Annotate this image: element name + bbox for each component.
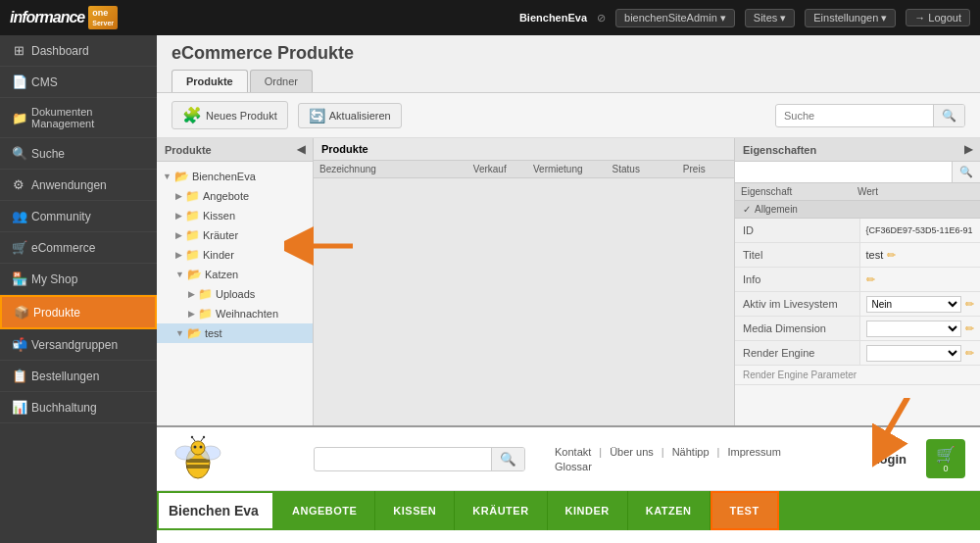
media-select[interactable] — [866, 321, 962, 337]
edit-icon-render[interactable]: ✏ — [965, 347, 974, 360]
properties-panel: Eigenschaften ▶ 🔍 Eigenschaft Wert ✓ — [735, 138, 980, 425]
edit-icon-aktiv[interactable]: ✏ — [965, 298, 974, 311]
nav-kinder[interactable]: KINDER — [548, 491, 628, 530]
folder-icon-uploads: 📁 — [198, 287, 213, 301]
update-button[interactable]: 🔄 Aktualisieren — [298, 103, 402, 128]
settings-dropdown[interactable]: Einstellungen ▾ — [805, 9, 896, 27]
prop-name-info: Info — [735, 268, 860, 291]
link-uber-uns[interactable]: Über uns — [610, 446, 654, 458]
admin-dropdown[interactable]: bienchenSiteAdmin ▾ — [615, 9, 735, 27]
preview-search-input[interactable] — [315, 449, 491, 469]
sidebar-item-dashboard[interactable]: ⊞ Dashboard — [0, 35, 157, 67]
properties-search-button[interactable]: 🔍 — [952, 162, 980, 182]
sidebar-label-suche: Suche — [31, 147, 65, 161]
ecommerce-icon: 🛒 — [12, 240, 25, 255]
sidebar-item-community[interactable]: 👥 Community — [0, 201, 157, 232]
aktiv-select[interactable]: Nein Ja — [866, 296, 962, 313]
tree-label-uploads: Uploads — [216, 288, 255, 300]
nav-spacer — [779, 491, 980, 530]
tree-item-weihnachten[interactable]: ▶ 📁 Weihnachten — [157, 304, 313, 323]
logout-button[interactable]: → Logout — [906, 9, 970, 26]
nav-test[interactable]: TEST — [710, 491, 779, 530]
search-input[interactable] — [776, 106, 933, 125]
topbar-right: BienchenEva ⊘ bienchenSiteAdmin ▾ Sites … — [519, 9, 970, 27]
sidebar-item-cms[interactable]: 📄 CMS — [0, 67, 157, 98]
sidebar-item-suche[interactable]: 🔍 Suche — [0, 138, 157, 170]
col-eigenschaft: Eigenschaft — [741, 186, 858, 197]
tree-item-kissen[interactable]: ▶ 📁 Kissen — [157, 206, 313, 225]
bee-svg — [172, 435, 225, 482]
preview-top: 🔍 Kontakt | Über uns | Nähtipp | Impress… — [157, 427, 980, 491]
link-impressum[interactable]: Impressum — [727, 446, 780, 458]
expand-right-icon[interactable]: ▶ — [964, 143, 972, 156]
products-list-header: Produkte — [314, 138, 734, 161]
link-nahtipp[interactable]: Nähtipp — [672, 446, 710, 458]
tree-item-uploads[interactable]: ▶ 📁 Uploads — [157, 284, 313, 304]
tab-ordner[interactable]: Ordner — [250, 70, 313, 92]
sidebar-item-produkte[interactable]: 📦 Produkte — [0, 295, 157, 329]
tree-item-test[interactable]: ▼ 📂 test — [157, 323, 313, 343]
nav-kissen[interactable]: KISSEN — [375, 491, 455, 530]
cms-icon: 📄 — [12, 74, 25, 89]
edit-icon-media[interactable]: ✏ — [965, 322, 974, 335]
sites-dropdown[interactable]: Sites ▾ — [745, 9, 795, 27]
login-button[interactable]: Login — [872, 452, 906, 467]
properties-search-input[interactable] — [735, 162, 952, 182]
tree-item-katzen[interactable]: ▼ 📂 Katzen — [157, 265, 313, 284]
tree-item-angebote[interactable]: ▶ 📁 Angebote — [157, 186, 313, 206]
link-kontakt[interactable]: Kontakt — [555, 446, 591, 458]
sidebar-label-community: Community — [31, 210, 91, 223]
chevron-down-icon3: ▾ — [881, 12, 887, 25]
folder-icon: 📁 — [12, 111, 25, 125]
username-label: BienchenEva — [519, 12, 587, 24]
refresh-icon: 🔄 — [309, 108, 325, 123]
sidebar-item-buchhaltung[interactable]: 📊 Buchhaltung — [0, 392, 157, 423]
tree-item-kinder[interactable]: ▶ 📁 Kinder — [157, 245, 313, 265]
col-wert: Wert — [858, 186, 974, 197]
sidebar-item-myshop[interactable]: 🏪 My Shop — [0, 264, 157, 295]
edit-icon-info[interactable]: ✏ — [866, 273, 875, 286]
preview-search-button[interactable]: 🔍 — [491, 448, 524, 470]
tree-item-krauter[interactable]: ▶ 📁 Kräuter — [157, 225, 313, 245]
prop-val-media: ✏ — [860, 317, 981, 340]
toolbar-left: 🧩 Neues Produkt 🔄 Aktualisieren — [172, 101, 402, 129]
nav-krauter[interactable]: KRÄUTER — [455, 491, 547, 530]
prop-row-info: Info ✏ — [735, 268, 980, 292]
settings-label: Einstellungen — [813, 12, 878, 24]
folder-icon-angebote: 📁 — [185, 189, 200, 203]
render-select[interactable] — [866, 345, 962, 362]
sidebar-item-dokumente[interactable]: 📁 Dokumenten Management — [0, 98, 157, 138]
sidebar-item-bestellungen[interactable]: 📋 Bestellungen — [0, 361, 157, 392]
prop-name-id: ID — [735, 219, 860, 242]
sidebar-item-versandgruppen[interactable]: 📬 Versandgruppen — [0, 329, 157, 361]
logout-label: Logout — [928, 12, 961, 24]
search-box: 🔍 — [775, 104, 965, 127]
tree-item-biencheneva[interactable]: ▼ 📂 BienchenEva — [157, 167, 313, 186]
sep3: | — [717, 446, 720, 458]
nav-angebote[interactable]: ANGEBOTE — [274, 491, 375, 530]
sidebar-item-ecommerce[interactable]: 🛒 eCommerce — [0, 232, 157, 264]
preview-links-row1: Kontakt | Über uns | Nähtipp | Impressum — [555, 446, 781, 458]
sidebar-item-anwendungen[interactable]: ⚙ Anwendungen — [0, 170, 157, 201]
page-title: eCommerce Produkte — [172, 43, 965, 64]
svg-point-8 — [200, 446, 203, 449]
properties-columns: Eigenschaft Wert — [735, 183, 980, 201]
edit-icon-titel[interactable]: ✏ — [887, 249, 896, 262]
new-product-button[interactable]: 🧩 Neues Produkt — [172, 101, 288, 129]
products-tree-panel: Produkte ◀ ▼ 📂 BienchenEva ▶ — [157, 138, 314, 425]
preview-logo — [172, 435, 225, 482]
tree-label: BienchenEva — [192, 171, 256, 182]
col-status: Status — [592, 164, 661, 174]
nav-katzen[interactable]: KATZEN — [628, 491, 710, 530]
tab-produkte[interactable]: Produkte — [172, 70, 248, 92]
update-label: Aktualisieren — [329, 110, 391, 122]
search-button[interactable]: 🔍 — [933, 105, 964, 126]
versand-icon: 📬 — [12, 337, 25, 352]
collapse-icon[interactable]: ◀ — [297, 143, 305, 156]
svg-point-11 — [191, 436, 193, 438]
toolbar: 🧩 Neues Produkt 🔄 Aktualisieren 🔍 — [157, 93, 980, 138]
group-label: Allgemein — [755, 204, 798, 215]
buchhaltung-icon: 📊 — [12, 400, 25, 415]
cart-button[interactable]: 🛒 0 — [926, 439, 965, 478]
link-glossar[interactable]: Glossar — [555, 461, 592, 472]
